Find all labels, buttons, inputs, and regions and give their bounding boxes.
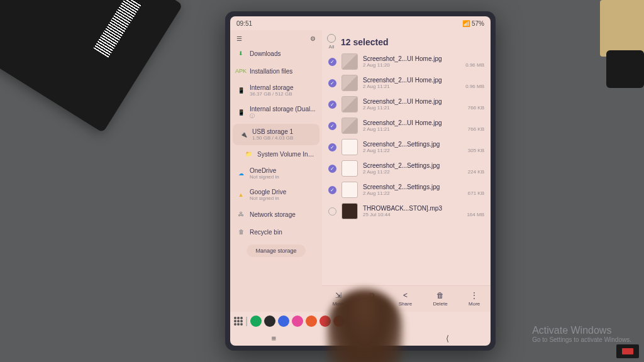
file-date-label: 2 Aug 11:22 bbox=[363, 169, 390, 175]
sidebar-item-label: Internal storage bbox=[250, 84, 294, 91]
sidebar-item-google-drive[interactable]: ▲Google DriveNot signed in bbox=[230, 184, 322, 206]
file-date-label: 2 Aug 11:20 bbox=[363, 62, 390, 68]
app-dock: | bbox=[230, 312, 491, 331]
file-row[interactable]: ✓Screenshot_2...Settings.jpg2 Aug 11:223… bbox=[322, 136, 491, 158]
file-row[interactable]: ✓Screenshot_2...UI Home.jpg2 Aug 11:2176… bbox=[322, 115, 491, 136]
file-checkbox[interactable]: ✓ bbox=[328, 122, 336, 130]
sidebar-item-internal-storage[interactable]: 📱Internal storage36.37 GB / 512 GB bbox=[230, 80, 322, 101]
file-name-label: Screenshot_2...UI Home.jpg bbox=[363, 119, 484, 126]
sidebar-item-label: OneDrive bbox=[250, 167, 279, 174]
settings-gear-icon[interactable]: ⚙ bbox=[310, 35, 316, 42]
file-row[interactable]: ✓Screenshot_2...UI Home.jpg2 Aug 11:2176… bbox=[322, 94, 491, 115]
more-button[interactable]: ⋮More bbox=[469, 291, 480, 307]
signal-icon: 📶 bbox=[462, 20, 470, 27]
sidebar-item-onedrive[interactable]: ☁OneDriveNot signed in bbox=[230, 163, 322, 184]
file-size-label: 224 KB bbox=[468, 169, 484, 175]
app-drawer-icon[interactable] bbox=[234, 317, 243, 326]
sidebar-item-label: Network storage bbox=[250, 211, 296, 218]
manage-storage-button[interactable]: Manage storage bbox=[247, 244, 305, 257]
file-thumbnail bbox=[341, 139, 358, 155]
sidebar-item-sub: Not signed in bbox=[250, 174, 279, 180]
dock-app-icon[interactable] bbox=[347, 315, 358, 327]
file-thumbnail bbox=[341, 53, 358, 70]
delete-button[interactable]: 🗑Delete bbox=[433, 291, 448, 307]
file-row[interactable]: ✓Screenshot_2...UI Home.jpg2 Aug 11:200.… bbox=[322, 51, 491, 72]
sidebar-item-downloads[interactable]: ⬇Downloads bbox=[230, 45, 322, 62]
dock-app-icon[interactable] bbox=[250, 315, 262, 327]
foldable-device-frame: 09:51 📶 57% ☰ ⚙ ⬇DownloadsAPKInstallatio… bbox=[225, 11, 496, 351]
sidebar-item-icon: 📱 bbox=[236, 108, 245, 117]
file-row[interactable]: ✓Screenshot_2...Settings.jpg2 Aug 11:226… bbox=[322, 179, 491, 200]
dock-app-icon[interactable] bbox=[361, 315, 372, 327]
watermark-title: Activate Windows bbox=[532, 325, 631, 336]
status-time: 09:51 bbox=[236, 20, 252, 27]
selection-count-title: 12 selected bbox=[341, 37, 389, 47]
sidebar-item-internal-storage-dual[interactable]: 📱Internal storage (Dual...ⓘ bbox=[230, 101, 322, 124]
nav-home-button[interactable]: ○ bbox=[358, 334, 364, 343]
product-name-text: Galaxy Z Fold6 bbox=[0, 0, 3, 33]
trash-icon: 🗑 bbox=[436, 291, 444, 300]
dock-app-icon[interactable] bbox=[278, 315, 289, 327]
file-list-pane: All 12 selected ✓Screenshot_2...UI Home.… bbox=[322, 30, 491, 312]
hamburger-icon[interactable]: ☰ bbox=[236, 35, 242, 42]
file-checkbox[interactable]: ✓ bbox=[328, 101, 336, 109]
select-all-toggle[interactable]: All bbox=[327, 34, 336, 50]
file-thumbnail bbox=[341, 118, 358, 134]
files-sidebar: ☰ ⚙ ⬇DownloadsAPKInstallation files📱Inte… bbox=[230, 30, 322, 312]
sidebar-item-label: Internal storage (Dual... bbox=[250, 106, 316, 112]
file-date-label: 25 Jul 10:44 bbox=[363, 212, 391, 217]
file-checkbox[interactable]: ✓ bbox=[328, 165, 336, 173]
sidebar-item-sub: ⓘ bbox=[250, 112, 316, 119]
sidebar-item-label: Google Drive bbox=[250, 189, 286, 195]
dock-app-icon[interactable] bbox=[319, 315, 331, 327]
sidebar-item-network-storage[interactable]: 🖧Network storage bbox=[230, 206, 322, 223]
sidebar-item-label: Downloads bbox=[250, 50, 280, 57]
file-date-label: 2 Aug 11:21 bbox=[363, 126, 390, 132]
file-date-label: 2 Aug 11:22 bbox=[363, 148, 390, 153]
file-checkbox[interactable] bbox=[328, 207, 336, 216]
sidebar-item-system-volume-info[interactable]: 📁System Volume Info... bbox=[230, 145, 322, 163]
select-all-label: All bbox=[329, 44, 335, 50]
sidebar-item-sub: Not signed in bbox=[250, 195, 286, 201]
sidebar-item-sub: 1.50 GB / 4.03 GB bbox=[252, 135, 293, 141]
sidebar-item-installation-files[interactable]: APKInstallation files bbox=[230, 62, 322, 80]
file-thumbnail bbox=[341, 203, 358, 219]
file-date-label: 2 Aug 11:21 bbox=[363, 84, 390, 89]
file-name-label: Screenshot_2...Settings.jpg bbox=[363, 162, 484, 169]
dock-app-icon[interactable] bbox=[333, 315, 345, 327]
file-list[interactable]: ✓Screenshot_2...UI Home.jpg2 Aug 11:200.… bbox=[322, 51, 491, 285]
sidebar-item-icon: ▲ bbox=[236, 190, 245, 199]
sidebar-item-usb-storage-1[interactable]: 🔌USB storage 11.50 GB / 4.03 GB bbox=[233, 124, 319, 145]
nav-recent-button[interactable]: ≡ bbox=[272, 334, 277, 343]
file-row[interactable]: THROWBACK...STON].mp325 Jul 10:44164 MB bbox=[322, 200, 491, 222]
file-thumbnail bbox=[341, 160, 358, 177]
dock-app-icon[interactable] bbox=[306, 315, 317, 327]
move-button[interactable]: ⇲Move bbox=[333, 291, 345, 307]
file-checkbox[interactable]: ✓ bbox=[328, 186, 336, 194]
file-size-label: 671 KB bbox=[468, 190, 484, 196]
file-checkbox[interactable]: ✓ bbox=[328, 79, 336, 87]
desk-object bbox=[600, 0, 644, 57]
channel-logo bbox=[616, 344, 639, 358]
file-checkbox[interactable]: ✓ bbox=[328, 143, 336, 151]
file-row[interactable]: ✓Screenshot_2...UI Home.jpg2 Aug 11:210.… bbox=[322, 72, 491, 94]
dock-app-icon[interactable] bbox=[292, 315, 303, 327]
file-name-label: Screenshot_2...UI Home.jpg bbox=[363, 77, 484, 84]
file-row[interactable]: ✓Screenshot_2...Settings.jpg2 Aug 11:222… bbox=[322, 158, 491, 179]
sidebar-item-label: Recycle bin bbox=[250, 229, 282, 236]
select-all-circle-icon bbox=[327, 34, 336, 43]
copy-button[interactable]: ⧉Copy bbox=[366, 291, 378, 307]
sidebar-item-recycle-bin[interactable]: 🗑Recycle bin bbox=[230, 223, 322, 241]
file-size-label: 164 MB bbox=[467, 212, 484, 217]
sidebar-item-icon: 🔌 bbox=[239, 130, 248, 139]
dock-app-icon[interactable] bbox=[264, 315, 275, 327]
file-name-label: Screenshot_2...UI Home.jpg bbox=[363, 55, 484, 62]
navigation-bar: ≡ ○ ⟨ bbox=[230, 331, 491, 346]
sidebar-item-icon: ⬇ bbox=[236, 49, 245, 58]
share-button[interactable]: <Share bbox=[399, 291, 412, 307]
file-size-label: 0.96 MB bbox=[465, 84, 484, 89]
file-size-label: 0.96 MB bbox=[465, 62, 484, 68]
more-icon: ⋮ bbox=[470, 291, 478, 300]
nav-back-button[interactable]: ⟨ bbox=[446, 334, 449, 343]
file-checkbox[interactable]: ✓ bbox=[328, 58, 336, 66]
